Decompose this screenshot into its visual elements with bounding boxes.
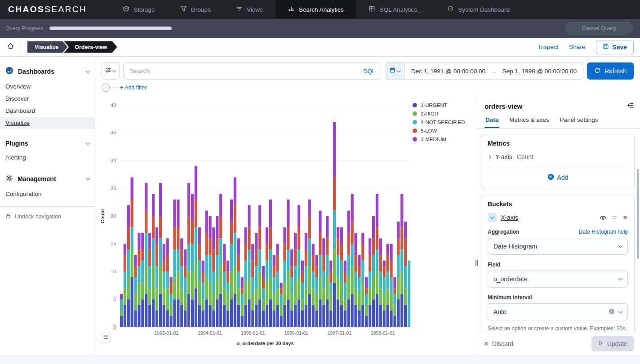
legend-label: 1-URGENT	[421, 102, 447, 108]
sidebar-section-dashboards[interactable]: Dashboards	[0, 62, 95, 80]
aggregation-select[interactable]: Date Histogram	[488, 238, 628, 255]
sidebar-section-management[interactable]: Management	[0, 170, 95, 188]
svg-text:20: 20	[111, 213, 116, 219]
toolbar-actions: Inspect Share Save	[539, 40, 640, 54]
undock-label: Undock navigation	[15, 213, 61, 220]
svg-text:25: 25	[111, 186, 116, 191]
chevron-down-icon	[490, 215, 494, 219]
nav-item-views[interactable]: Views	[223, 0, 276, 19]
home-button[interactable]	[0, 38, 21, 56]
date-to[interactable]: Sep 1, 1998 @ 00:00:00.00	[502, 68, 577, 75]
undock-navigation-button[interactable]: Undock navigation	[0, 207, 95, 226]
chart-legend: 1-URGENT2-HIGH4-NOT SPECIFIED5-LOW3-MEDI…	[413, 102, 465, 142]
breadcrumb-tab-orders-view[interactable]: Orders-view	[64, 41, 117, 53]
panel-collapse-icon[interactable]	[627, 102, 634, 111]
svg-text:30: 30	[111, 158, 116, 163]
panel-scrollbar[interactable]	[637, 169, 639, 259]
aggregation-value: Date Histogram	[493, 243, 537, 250]
arrow-right-icon: →	[491, 68, 497, 75]
tab-panel-settings[interactable]: Panel settings	[559, 112, 599, 128]
legend-item[interactable]: 4-NOT SPECIFIED	[413, 120, 465, 125]
chevron-down-icon	[618, 276, 623, 281]
refresh-button[interactable]: Refresh	[587, 62, 634, 80]
legend-item[interactable]: 1-URGENT	[413, 102, 465, 108]
filter-menu-button[interactable]	[102, 62, 120, 80]
play-icon	[598, 340, 604, 347]
panel-resize-handle[interactable]	[475, 259, 479, 267]
legend-dot	[413, 137, 417, 142]
drag-grip-icon[interactable]	[611, 214, 618, 221]
tab-data[interactable]: Data	[484, 112, 499, 128]
legend-dot	[413, 103, 417, 107]
filter-icon	[105, 67, 111, 75]
sidebar-item-configuration[interactable]: Configuration	[0, 188, 95, 200]
legend-item[interactable]: 2-HIGH	[413, 111, 465, 116]
sidebar-item-alerting[interactable]: Alerting	[0, 151, 95, 164]
date-picker-button[interactable]	[385, 63, 405, 79]
save-button[interactable]: Save	[596, 40, 634, 54]
legend-item[interactable]: 3-MEDIUM	[413, 137, 465, 142]
discard-button[interactable]: ✕ Discard	[484, 340, 513, 347]
gauge-icon	[447, 5, 454, 13]
field-select[interactable]: o_orderdate	[488, 271, 628, 288]
svg-text:0: 0	[113, 324, 116, 330]
stacked-bar-chart[interactable]: 05101520253035401993-01-011994-01-011995…	[99, 101, 414, 349]
field-value: o_orderdate	[493, 275, 528, 283]
legend-label: 4-NOT SPECIFIED	[421, 120, 465, 125]
sidebar-section-title: Plugins	[5, 140, 28, 147]
share-link[interactable]: Share	[569, 44, 585, 50]
metrics-heading: Metrics	[488, 140, 628, 147]
chevron-down-icon	[86, 68, 90, 73]
nav-item-sql-analytics[interactable]: SQL Analytics _	[356, 0, 435, 19]
nav-item-groups[interactable]: Groups	[168, 0, 223, 19]
interval-label: Minimum interval	[488, 294, 532, 301]
interval-label-row: Minimum interval	[488, 294, 628, 301]
sidebar-item-discover[interactable]: Discover	[0, 93, 95, 105]
tab-metrics-axes[interactable]: Metrics & axes	[508, 112, 550, 128]
query-progress-bar: Query Progress Cancel Query	[0, 19, 640, 38]
cancel-query-button[interactable]: Cancel Query	[565, 22, 633, 35]
chevron-down-icon	[618, 244, 623, 248]
query-language-button[interactable]: DQL	[363, 68, 375, 75]
date-histogram-help-link[interactable]: Date Histogram help	[579, 229, 628, 235]
date-from[interactable]: Dec 1, 1991 @ 00:00:00.00	[411, 68, 485, 75]
filter-options-icon[interactable]: −	[102, 84, 110, 92]
refresh-icon	[594, 67, 600, 75]
bucket-x-axis-row: X-axis ✕	[488, 213, 628, 222]
sidebar-item-dashboard[interactable]: Dashboard	[0, 105, 95, 117]
legend-item[interactable]: 5-LOW	[413, 128, 465, 133]
interval-select[interactable]: Auto	[488, 303, 628, 320]
refresh-button-label: Refresh	[604, 67, 627, 75]
buckets-card: Buckets X-axis ✕ Aggregation	[481, 195, 635, 332]
update-button[interactable]: Update	[591, 336, 634, 351]
chaossearch-logo[interactable]: CHAOSSEARCH	[0, 0, 95, 19]
gear-icon	[5, 174, 13, 183]
clear-icon[interactable]	[609, 308, 615, 316]
legend-toggle-button[interactable]	[100, 333, 111, 342]
metric-y-axis-row[interactable]: Y-axis Count	[488, 152, 628, 162]
top-nav-items: Storage Groups Views Search Analytics SQ…	[110, 0, 522, 19]
content-shell: Dashboards Overview Discover Dashboard V…	[0, 57, 640, 355]
nav-item-label: Search Analytics	[299, 6, 344, 13]
x-axis-link[interactable]: X-axis	[501, 214, 518, 221]
sidebar-item-visualize[interactable]: Visualize	[0, 117, 95, 129]
list-icon	[102, 333, 108, 342]
eye-icon[interactable]	[600, 214, 606, 221]
add-metric-button[interactable]: Add	[547, 173, 569, 182]
inspect-link[interactable]: Inspect	[539, 44, 559, 50]
search-input[interactable]	[129, 67, 359, 75]
remove-bucket-icon[interactable]: ✕	[622, 214, 628, 221]
add-filter-link[interactable]: + Add filter	[120, 84, 147, 91]
query-progress-track	[49, 27, 172, 30]
sidebar-item-overview[interactable]: Overview	[0, 80, 95, 93]
nav-item-search-analytics[interactable]: Search Analytics	[276, 0, 356, 19]
sidebar-section-plugins[interactable]: Plugins	[0, 135, 95, 151]
nav-item-system-dashboard[interactable]: System Dashboard	[435, 0, 522, 19]
legend-dot	[413, 120, 417, 124]
svg-text:1995-01-01: 1995-01-01	[241, 330, 265, 336]
breadcrumb-tab-visualize[interactable]: Visualize	[27, 41, 67, 53]
vis-config-panel: orders-view Data Metrics & axes Panel se…	[477, 95, 640, 355]
svg-text:o_orderdate per 30 days: o_orderdate per 30 days	[236, 341, 293, 346]
nav-item-storage[interactable]: Storage	[110, 0, 167, 19]
accordion-toggle-icon[interactable]	[488, 213, 497, 222]
